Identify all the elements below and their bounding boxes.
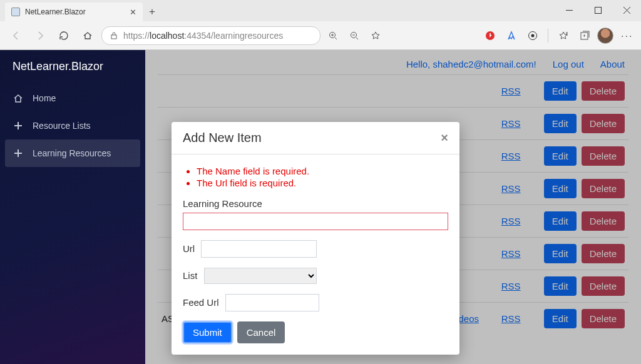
collections-icon[interactable] (576, 27, 593, 44)
error-item: The Url field is required. (197, 178, 448, 188)
modal-header: Add New Item × (172, 122, 459, 154)
row-feed[interactable]: RSS (501, 313, 539, 324)
url-input[interactable] (201, 240, 317, 258)
greeting-link[interactable]: Hello, shahedc2@hotmail.com! (406, 59, 536, 69)
cancel-button[interactable]: Cancel (237, 321, 285, 343)
zoom-in-icon[interactable] (324, 27, 342, 44)
delete-button[interactable]: Delete (582, 309, 625, 328)
list-label: List (183, 270, 197, 281)
svg-rect-0 (595, 7, 601, 13)
row-feed[interactable]: RSS (501, 118, 539, 129)
minimize-button[interactable] (555, 0, 583, 20)
delete-button[interactable]: Delete (582, 211, 625, 231)
delete-button[interactable]: Delete (582, 244, 625, 263)
svg-point-6 (531, 34, 535, 37)
browser-toolbar: https://localhost:44354/learningresource… (0, 21, 641, 50)
new-tab-button[interactable]: + (143, 3, 162, 21)
delete-button[interactable]: Delete (582, 146, 625, 166)
sidebar-item-label: Home (33, 93, 56, 103)
profile-avatar[interactable] (597, 28, 613, 44)
row-feed[interactable]: RSS (501, 151, 539, 161)
tab-favicon (11, 8, 20, 16)
edit-button[interactable]: Edit (544, 309, 577, 328)
top-nav: Hello, shahedc2@hotmail.com! Log out Abo… (145, 50, 641, 74)
row-feed[interactable]: RSS (501, 248, 539, 259)
edit-button[interactable]: Edit (544, 244, 577, 263)
home-button[interactable] (78, 26, 98, 46)
row-feed[interactable]: RSS (501, 281, 539, 291)
edit-button[interactable]: Edit (544, 81, 577, 101)
extension-icon[interactable] (481, 27, 499, 44)
name-label: Learning Resource (183, 198, 444, 209)
submit-button[interactable]: Submit (183, 321, 232, 343)
plus-icon (13, 148, 24, 158)
browser-tab[interactable]: NetLearner.Blazor ✕ (5, 3, 143, 21)
maximize-button[interactable] (583, 0, 612, 20)
row-feed[interactable]: RSS (501, 86, 539, 96)
extension-icon[interactable] (503, 27, 520, 44)
sidebar-item-label: Learning Resources (33, 148, 111, 158)
edit-button[interactable]: Edit (544, 179, 577, 198)
edit-button[interactable]: Edit (544, 211, 577, 231)
delete-button[interactable]: Delete (582, 276, 625, 296)
feedurl-label: Feed Url (183, 297, 219, 308)
row-feed[interactable]: RSS (501, 216, 539, 226)
sidebar-item-resource-lists[interactable]: Resource Lists (0, 112, 145, 139)
url-text: https://localhost:44354/learningresource… (123, 31, 283, 41)
refresh-button[interactable] (54, 26, 74, 46)
row-feed[interactable]: RSS (501, 183, 539, 194)
window-titlebar: NetLearner.Blazor ✕ + (0, 0, 641, 21)
error-item: The Name field is required. (197, 166, 448, 176)
name-input[interactable] (183, 213, 448, 230)
window-controls (555, 0, 641, 20)
plus-icon (13, 121, 24, 131)
lock-icon (110, 31, 118, 40)
home-icon (13, 93, 24, 103)
logout-link[interactable]: Log out (553, 59, 584, 69)
close-icon[interactable]: ✕ (130, 8, 136, 17)
table-row: RSSEditDelete (158, 74, 628, 107)
favorites-icon[interactable] (555, 27, 572, 44)
delete-button[interactable]: Delete (582, 179, 625, 198)
sidebar: NetLearner.Blazor Home Resource Lists Le… (0, 50, 145, 364)
favorite-icon[interactable] (367, 27, 384, 44)
tab-title: NetLearner.Blazor (25, 8, 86, 16)
edit-button[interactable]: Edit (544, 276, 577, 296)
svg-rect-1 (111, 35, 116, 39)
address-bar[interactable]: https://localhost:44354/learningresource… (101, 26, 320, 45)
url-label: Url (183, 243, 195, 254)
list-select[interactable] (204, 268, 317, 284)
separator (548, 29, 548, 43)
brand-title: NetLearner.Blazor (0, 50, 145, 84)
more-icon[interactable]: ··· (617, 27, 635, 44)
validation-errors: The Name field is required. The Url fiel… (197, 166, 448, 188)
extension-icon[interactable] (524, 27, 541, 44)
modal-title: Add New Item (183, 131, 262, 145)
zoom-out-icon[interactable] (346, 27, 363, 44)
back-button[interactable] (6, 26, 26, 46)
delete-button[interactable]: Delete (582, 81, 625, 101)
edit-button[interactable]: Edit (544, 114, 577, 133)
feedurl-input[interactable] (225, 294, 319, 311)
sidebar-item-label: Resource Lists (33, 121, 91, 131)
sidebar-item-home[interactable]: Home (0, 84, 145, 112)
edit-button[interactable]: Edit (544, 146, 577, 166)
close-icon[interactable]: × (441, 131, 448, 145)
sidebar-item-learning-resources[interactable]: Learning Resources (5, 139, 140, 167)
close-window-button[interactable] (612, 0, 641, 20)
forward-button[interactable] (30, 26, 50, 46)
about-link[interactable]: About (600, 59, 625, 69)
delete-button[interactable]: Delete (582, 114, 625, 133)
add-item-modal: Add New Item × The Name field is require… (172, 122, 459, 355)
